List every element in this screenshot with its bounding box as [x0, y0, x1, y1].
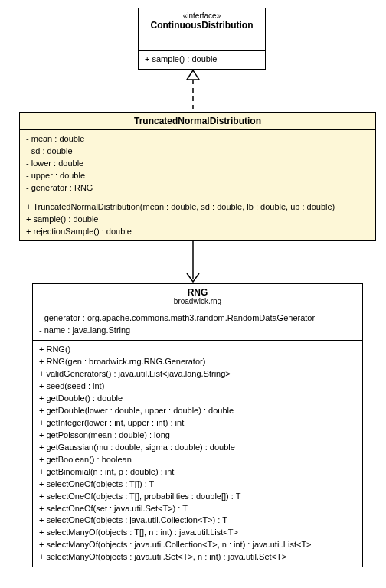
method-signature: + getInteger(lower : int, upper : int) :… — [39, 417, 356, 430]
method-signature: + sample() : double — [145, 54, 259, 66]
uml-class-diagram: «interface» ContinuousDistribution + sam… — [8, 8, 378, 567]
class-name: ContinuousDistribution — [146, 20, 257, 31]
class-continuous-distribution: «interface» ContinuousDistribution + sam… — [138, 8, 266, 70]
class-name-compartment: «interface» ContinuousDistribution — [139, 8, 265, 34]
svg-marker-0 — [187, 70, 199, 80]
methods-compartment: + RNG()+ RNG(gen : broadwick.rng.RNG.Gen… — [33, 341, 362, 567]
method-signature: + selectOneOf(set : java.util.Set<T>) : … — [39, 503, 356, 515]
method-signature: + getPoisson(mean : double) : long — [39, 430, 356, 442]
class-truncated-normal-distribution: TruncatedNormalDistribution - mean : dou… — [19, 112, 376, 242]
attribute-signature: - upper : double — [26, 170, 369, 182]
method-signature: + validGenerators() : java.util.List<jav… — [39, 368, 356, 381]
class-name-compartment: RNG broadwick.rng — [33, 284, 362, 309]
method-signature: + selectManyOf(objects : java.util.Colle… — [39, 539, 356, 551]
attributes-compartment: - mean : double- sd : double- lower : do… — [20, 130, 375, 198]
method-signature: + selectOneOf(objects : T[], probabiliti… — [39, 491, 356, 503]
method-signature: + getDouble(lower : double, upper : doub… — [39, 405, 356, 417]
class-rng: RNG broadwick.rng - generator : org.apac… — [32, 283, 363, 567]
class-name: TruncatedNormalDistribution — [134, 116, 261, 126]
attributes-compartment: - generator : org.apache.commons.math3.r… — [33, 309, 362, 341]
attribute-signature: - mean : double — [26, 133, 369, 145]
method-signature: + sample() : double — [26, 214, 369, 226]
class-package: broadwick.rng — [41, 297, 355, 305]
attribute-signature: - sd : double — [26, 145, 369, 158]
method-signature: + getBoolean() : boolean — [39, 454, 356, 466]
method-signature: + RNG(gen : broadwick.rng.RNG.Generator) — [39, 356, 356, 368]
attribute-signature: - lower : double — [26, 158, 369, 170]
attribute-signature: - name : java.lang.String — [39, 325, 356, 337]
method-signature: + selectOneOf(objects : java.util.Collec… — [39, 514, 356, 527]
class-name: RNG — [188, 287, 208, 298]
method-signature: + seed(seed : int) — [39, 381, 356, 393]
class-name-compartment: TruncatedNormalDistribution — [20, 113, 375, 130]
method-signature: + RNG() — [39, 344, 356, 356]
attribute-signature: - generator : RNG — [26, 182, 369, 194]
stereotype-label: «interface» — [146, 11, 257, 20]
method-signature: + getBinomial(n : int, p : double) : int — [39, 466, 356, 479]
method-signature: + selectOneOf(objects : T[]) : T — [39, 479, 356, 491]
attributes-compartment — [139, 34, 265, 51]
methods-compartment: + TruncatedNormalDistribution(mean : dou… — [20, 198, 375, 241]
realization-connector — [8, 70, 378, 112]
attribute-signature: - generator : org.apache.commons.math3.r… — [39, 312, 356, 325]
method-signature: + getGaussian(mu : double, sigma : doubl… — [39, 442, 356, 454]
method-signature: + TruncatedNormalDistribution(mean : dou… — [26, 201, 369, 214]
method-signature: + getDouble() : double — [39, 393, 356, 405]
method-signature: + rejectionSample() : double — [26, 226, 369, 238]
method-signature: + selectManyOf(objects : java.util.Set<T… — [39, 551, 356, 564]
association-connector — [8, 241, 378, 283]
methods-compartment: + sample() : double — [139, 51, 265, 69]
method-signature: + selectManyOf(objects : T[], n : int) :… — [39, 527, 356, 539]
